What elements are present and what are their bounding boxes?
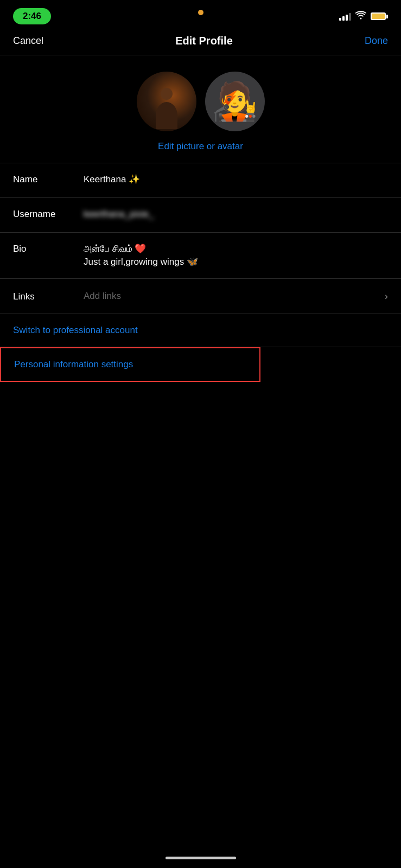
switch-professional-item[interactable]: Switch to professional account <box>0 314 401 347</box>
memoji-avatar[interactable]: 🧑‍🎤 <box>205 72 265 131</box>
username-value[interactable]: keerthana_pixie_ <box>84 208 388 221</box>
wifi-icon <box>355 11 366 22</box>
status-icons <box>339 11 388 22</box>
name-row[interactable]: Name Keerthana ✨ <box>0 163 401 198</box>
links-label: Links <box>13 290 84 302</box>
bio-label: Bio <box>13 242 84 254</box>
cancel-button[interactable]: Cancel <box>13 35 43 47</box>
form-section: Name Keerthana ✨ Username keerthana_pixi… <box>0 163 401 314</box>
name-value[interactable]: Keerthana ✨ <box>84 173 388 186</box>
avatar-row: 🧑‍🎤 <box>137 72 265 131</box>
action-section: Switch to professional account Personal … <box>0 314 401 382</box>
bio-row[interactable]: Bio அன்பே சிவம் ❤️ Just a girl,growing w… <box>0 233 401 279</box>
personal-info-item[interactable]: Personal information settings <box>0 347 260 382</box>
name-label: Name <box>13 173 84 185</box>
avatar-section: 🧑‍🎤 Edit picture or avatar <box>0 55 401 163</box>
signal-icon <box>339 12 351 21</box>
personal-info-link[interactable]: Personal information settings <box>14 359 133 369</box>
time-display: 2:46 <box>13 8 51 24</box>
done-button[interactable]: Done <box>365 35 388 47</box>
camera-dot <box>198 10 203 15</box>
battery-icon <box>371 12 388 20</box>
personal-info-container: Personal information settings <box>0 347 401 382</box>
username-label: Username <box>13 208 84 220</box>
edit-picture-link[interactable]: Edit picture or avatar <box>158 141 243 152</box>
profile-photo[interactable] <box>137 72 196 131</box>
bio-value[interactable]: அன்பே சிவம் ❤️ Just a girl,growing wings… <box>84 242 388 269</box>
username-row[interactable]: Username keerthana_pixie_ <box>0 198 401 233</box>
links-value[interactable]: Add links <box>84 290 380 303</box>
links-row[interactable]: Links Add links › <box>0 279 401 314</box>
home-indicator <box>166 857 236 859</box>
page-title: Edit Profile <box>175 35 233 47</box>
switch-professional-link[interactable]: Switch to professional account <box>13 325 138 335</box>
nav-bar: Cancel Edit Profile Done <box>0 29 401 55</box>
links-chevron-icon: › <box>385 290 388 302</box>
